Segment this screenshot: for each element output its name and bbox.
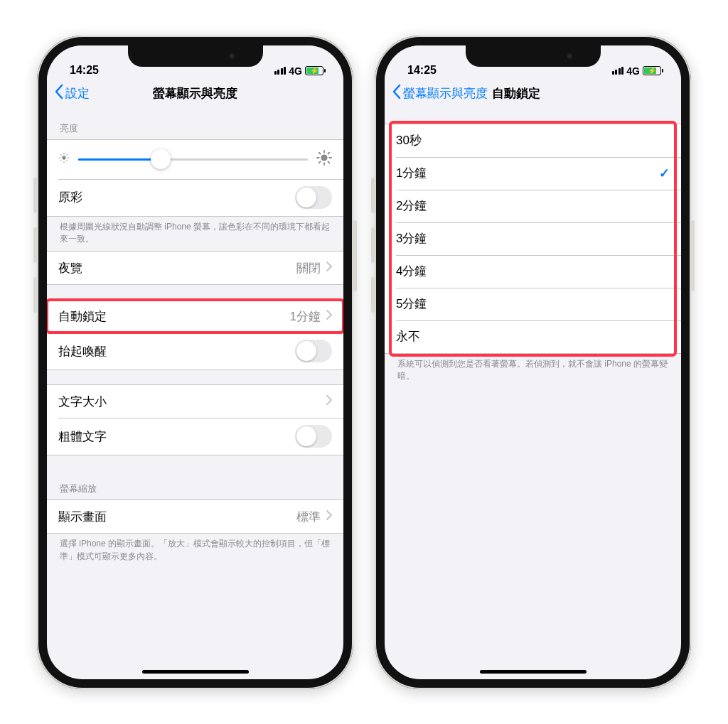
nav-bar: 螢幕顯示與亮度 自動鎖定 xyxy=(385,78,681,109)
back-label: 螢幕顯示與亮度 xyxy=(403,85,488,102)
row-display-zoom[interactable]: 顯示畫面 標準 xyxy=(47,500,343,533)
slider-thumb[interactable] xyxy=(151,149,171,169)
autolock-footer: 系統可以偵測到您是否看著螢幕。若偵測到，就不會讓 iPhone 的螢幕變暗。 xyxy=(385,354,681,389)
auto-lock-label: 自動鎖定 xyxy=(58,308,107,325)
battery-icon: ⚡ xyxy=(643,66,661,75)
chevron-right-icon xyxy=(326,309,332,323)
option-label: 4分鐘 xyxy=(396,263,427,279)
svg-line-8 xyxy=(67,154,68,155)
check-icon: ✓ xyxy=(659,166,670,181)
section-header-brightness: 亮度 xyxy=(47,109,343,139)
slider-track[interactable] xyxy=(78,158,308,161)
screen-left: 14:25 4G ⚡ 設定 螢幕顯示與亮度 亮度 xyxy=(47,45,343,679)
battery-icon: ⚡ xyxy=(305,66,323,75)
brightness-row xyxy=(47,140,343,179)
option-row[interactable]: 3分鐘 xyxy=(385,222,681,255)
status-right: 4G ⚡ xyxy=(612,65,661,77)
status-time: 14:25 xyxy=(407,64,437,77)
option-row[interactable]: 永不 xyxy=(385,320,681,353)
option-label: 3分鐘 xyxy=(396,230,427,247)
home-indicator[interactable] xyxy=(142,670,249,674)
svg-point-9 xyxy=(321,154,327,161)
screen-right: 14:25 4G ⚡ 螢幕顯示與亮度 自動鎖定 30秒1分鐘✓2分鐘3分鐘4分鐘… xyxy=(385,45,681,679)
raise-to-wake-label: 抬起喚醒 xyxy=(58,343,107,360)
option-row[interactable]: 2分鐘 xyxy=(385,190,681,222)
true-tone-label: 原彩 xyxy=(58,189,82,205)
notch xyxy=(128,45,263,67)
group-zoom: 顯示畫面 標準 xyxy=(47,499,343,534)
brightness-slider[interactable] xyxy=(58,150,332,169)
chevron-right-icon xyxy=(326,509,332,524)
row-auto-lock[interactable]: 自動鎖定 1分鐘 xyxy=(47,300,343,333)
row-bold-text[interactable]: 粗體文字 xyxy=(47,418,343,455)
phone-frame-left: 14:25 4G ⚡ 設定 螢幕顯示與亮度 亮度 xyxy=(37,36,353,689)
night-shift-value: 關閉 xyxy=(296,260,321,276)
back-label: 設定 xyxy=(65,85,90,102)
nav-bar: 設定 螢幕顯示與亮度 xyxy=(47,78,343,109)
status-right: 4G ⚡ xyxy=(274,65,323,77)
nav-title: 螢幕顯示與亮度 xyxy=(47,85,343,102)
home-indicator[interactable] xyxy=(480,670,587,674)
row-raise-to-wake[interactable]: 抬起喚醒 xyxy=(47,333,343,369)
chevron-left-icon xyxy=(54,84,64,103)
network-label: 4G xyxy=(289,65,302,77)
option-label: 1分鐘 xyxy=(396,165,427,181)
bold-text-switch[interactable] xyxy=(295,425,332,448)
group-night-shift: 夜覽 關閉 xyxy=(47,251,343,285)
true-tone-switch[interactable] xyxy=(295,186,332,209)
nav-title: 自動鎖定 xyxy=(488,85,681,102)
option-row[interactable]: 1分鐘✓ xyxy=(385,157,681,190)
night-shift-label: 夜覽 xyxy=(58,260,82,276)
zoom-footer: 選擇 iPhone 的顯示畫面。「放大」模式會顯示較大的控制項目，但「標準」模式… xyxy=(47,534,343,568)
sun-small-icon xyxy=(58,152,70,167)
network-label: 4G xyxy=(626,65,640,77)
chevron-right-icon xyxy=(326,394,332,409)
back-button[interactable]: 螢幕顯示與亮度 xyxy=(385,84,488,103)
display-zoom-label: 顯示畫面 xyxy=(58,509,107,525)
svg-point-0 xyxy=(62,156,65,159)
option-row[interactable]: 30秒 xyxy=(385,124,681,157)
status-time: 14:25 xyxy=(70,64,99,77)
group-autolock: 自動鎖定 1分鐘 抬起喚醒 xyxy=(47,299,343,370)
group-autolock-options: 30秒1分鐘✓2分鐘3分鐘4分鐘5分鐘永不 xyxy=(385,124,681,354)
svg-line-6 xyxy=(67,160,68,161)
row-true-tone[interactable]: 原彩 xyxy=(47,179,343,216)
row-night-shift[interactable]: 夜覽 關閉 xyxy=(47,252,343,284)
option-row[interactable]: 5分鐘 xyxy=(385,288,681,320)
row-text-size[interactable]: 文字大小 xyxy=(47,385,343,418)
true-tone-footer: 根據周圍光線狀況自動調整 iPhone 螢幕，讓色彩在不同的環境下都看起來一致。 xyxy=(47,217,343,252)
svg-line-17 xyxy=(328,152,330,153)
svg-line-5 xyxy=(60,154,61,155)
phone-frame-right: 14:25 4G ⚡ 螢幕顯示與亮度 自動鎖定 30秒1分鐘✓2分鐘3分鐘4分鐘… xyxy=(375,36,691,689)
option-label: 5分鐘 xyxy=(396,296,427,312)
back-button[interactable]: 設定 xyxy=(47,84,90,103)
svg-line-14 xyxy=(319,152,321,153)
signal-icon xyxy=(612,67,624,75)
notch xyxy=(466,45,601,67)
section-header-zoom: 螢幕縮放 xyxy=(47,470,343,499)
option-label: 永不 xyxy=(396,328,420,345)
auto-lock-value: 1分鐘 xyxy=(290,308,321,325)
group-brightness: 原彩 xyxy=(47,139,343,217)
raise-to-wake-switch[interactable] xyxy=(295,340,332,362)
signal-icon xyxy=(274,67,287,75)
group-text: 文字大小 粗體文字 xyxy=(47,384,343,455)
svg-line-15 xyxy=(328,161,330,163)
chevron-right-icon xyxy=(326,261,332,275)
option-label: 2分鐘 xyxy=(396,198,427,214)
svg-line-7 xyxy=(60,160,61,161)
bold-text-label: 粗體文字 xyxy=(58,428,107,445)
option-label: 30秒 xyxy=(396,132,422,148)
text-size-label: 文字大小 xyxy=(58,394,107,410)
display-zoom-value: 標準 xyxy=(296,509,321,525)
chevron-left-icon xyxy=(392,84,402,103)
sun-large-icon xyxy=(316,150,332,169)
autolock-content[interactable]: 30秒1分鐘✓2分鐘3分鐘4分鐘5分鐘永不 系統可以偵測到您是否看著螢幕。若偵測… xyxy=(385,109,681,679)
settings-content[interactable]: 亮度 xyxy=(47,109,343,679)
svg-line-16 xyxy=(319,161,321,163)
option-row[interactable]: 4分鐘 xyxy=(385,255,681,288)
